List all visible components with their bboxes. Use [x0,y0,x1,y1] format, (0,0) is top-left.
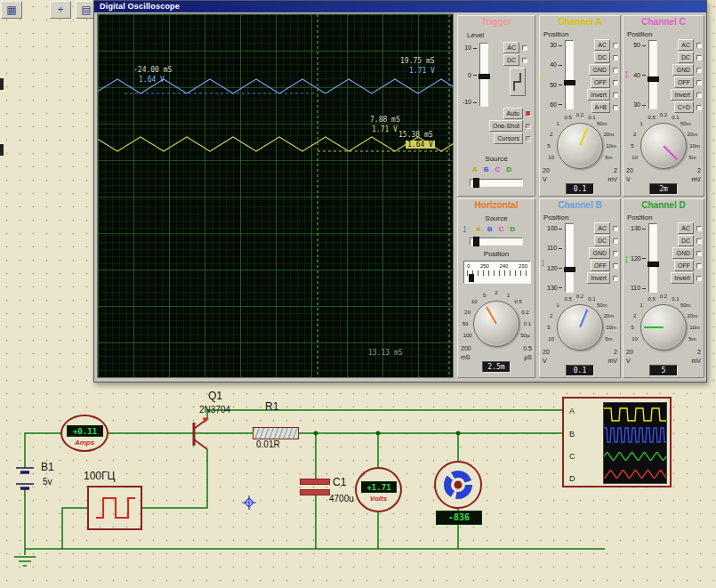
channel-d-ac-button[interactable]: AC [678,222,694,234]
horizontal-source-handle[interactable] [473,237,479,246]
scale-max: 200 [461,345,471,351]
channel-b-knob[interactable] [557,304,603,350]
resistor-component[interactable] [253,427,299,439]
trigger-cursors-button[interactable]: Cursors [494,133,523,144]
trigger-source-slider[interactable] [470,179,523,187]
trigger-source-b[interactable]: B [484,165,489,173]
channel-c-gnd-button[interactable]: GND [672,64,694,76]
ammeter[interactable]: +0.11 Amps [60,415,109,452]
channel-c-knob[interactable] [640,123,687,169]
channel-a-trace [98,137,455,151]
capacitor-plate-bottom[interactable] [300,489,330,495]
channel-a-invert-row: Invert [579,90,618,100]
channel-b-position-slider[interactable]: 100110120130 [547,223,574,293]
unit-left: V [543,176,547,182]
motor[interactable] [434,461,482,509]
knob-scale-50-: 50µ [520,333,529,338]
timebase-knob[interactable] [473,301,519,347]
grid-icon[interactable]: ▦ [1,1,22,19]
trigger-level-slider[interactable]: 100-10 [462,43,488,107]
channel-b-invert-button[interactable]: Invert [587,272,610,284]
trigger-one-shot-row: One-Shot [465,121,531,131]
channel-b-dc-button[interactable]: DC [594,235,610,246]
channel-a-dc-button[interactable]: DC [594,52,610,63]
knob-scale-1: 1 [640,302,643,308]
trigger-ac-row: AC [497,43,527,52]
channel-a-panel: Channel A Position ↕ 30405060 ACDCGNDOFF… [539,15,621,197]
channel-c-position-arrow[interactable]: ↕ [623,68,630,79]
trigger-source-d[interactable]: D [506,165,511,173]
channel-a-position-handle[interactable] [564,80,575,85]
horizontal-source-a[interactable]: A [476,225,481,233]
trigger-auto-button[interactable]: Auto [503,108,523,119]
capacitor-plate-top[interactable] [300,479,330,485]
channel-d-off-button[interactable]: OFF [674,260,694,271]
channel-a-dc-indicator [613,55,618,60]
channel-c-invert-button[interactable]: Invert [671,89,694,101]
channel-b-position-handle[interactable] [564,267,575,272]
channel-d-position-slider[interactable]: 130120110 [631,223,657,293]
trigger-level-handle[interactable] [479,74,490,79]
voltmeter[interactable]: + +1.71 Volts [355,467,402,512]
voltmeter-unit: Volts [357,495,400,503]
transistor-symbol [194,419,207,449]
channel-c-dc-button[interactable]: DC [678,52,694,63]
channel-d-invert-button[interactable]: Invert [671,272,694,284]
horizontal-source-b[interactable]: B [487,225,493,233]
horizontal-source-d[interactable]: D [510,225,515,233]
channel-d-gnd-button[interactable]: GND [672,247,694,259]
channel-a-gnd-button[interactable]: GND [589,64,610,76]
channel-c-position-handle[interactable] [648,77,659,82]
horizontal-source-c[interactable]: C [499,225,504,233]
unit-left: V [626,176,631,182]
trigger-one-shot-button[interactable]: One-Shot [489,120,523,132]
trigger-source-c[interactable]: C [495,165,501,173]
trigger-dc-button[interactable]: DC [503,54,519,66]
channel-a-off-button[interactable]: OFF [591,77,610,88]
channel-a-position-slider[interactable]: 30405060 [547,40,574,109]
horizontal-source-slider[interactable] [470,238,523,246]
ammeter-unit: Amps [62,439,107,447]
channel-b-off-button[interactable]: OFF [591,260,610,271]
channel-c-title: Channel C [623,16,704,28]
pulse-source[interactable] [87,486,142,530]
motor-display: -836 [436,511,482,525]
scope-pin-a[interactable]: A [569,407,575,415]
horizontal-source-arrow[interactable]: ↕ [462,222,468,234]
trigger-edge-button[interactable] [510,68,526,96]
trigger-source-handle[interactable] [473,178,479,188]
trigger-title: Trigger [458,16,535,28]
voltmeter-display: +1.71 [361,481,397,493]
trigger-ac-button[interactable]: AC [503,42,519,53]
channel-a-invert-button[interactable]: Invert [587,89,610,101]
horizontal-position-slider[interactable]: 0250240230 [463,261,531,284]
channel-c-position-slider[interactable]: 504030 [631,40,657,109]
channel-b-position-arrow[interactable]: ↕ [540,256,546,268]
add-icon[interactable]: + [50,1,71,19]
trigger-source-a[interactable]: A [472,165,478,173]
channel-a-knob[interactable] [557,123,603,169]
channel-d-dc-button[interactable]: DC [678,235,694,246]
channel-c-ac-button[interactable]: AC [678,39,694,51]
channel-d-knob[interactable] [640,304,687,350]
channel-d-position-handle[interactable] [648,262,659,267]
channel-c-off-button[interactable]: OFF [674,77,694,88]
trigger-dc-row: DC [497,55,527,65]
horizontal-position-handle[interactable] [469,274,474,282]
knob-scale-20m: 20m [603,313,614,318]
channel-d-position-arrow[interactable]: ↕ [623,253,630,264]
channel-b-scale-120: 120 [547,265,563,271]
scope-pin-d[interactable]: D [569,474,575,483]
scale-max: 20 [543,349,550,355]
window-titlebar[interactable]: Digital Oscilloscope [94,1,706,12]
channel-a-position-arrow[interactable]: ↕ [540,71,546,83]
oscilloscope-component[interactable]: A B C D [562,397,672,487]
channel-a-ac-button[interactable]: AC [594,39,610,51]
channel-b-ac-button[interactable]: AC [594,222,610,234]
channel-c-ac-row: AC [663,40,702,50]
scope-pin-c[interactable]: C [569,452,575,461]
scope-screen[interactable]: -24.00 mS 1.64 V 19.75 mS 1.71 V 7.88 mS… [97,13,454,378]
scope-pin-b[interactable]: B [569,430,575,439]
unit-right: µS [524,354,532,360]
channel-b-gnd-button[interactable]: GND [589,247,610,259]
